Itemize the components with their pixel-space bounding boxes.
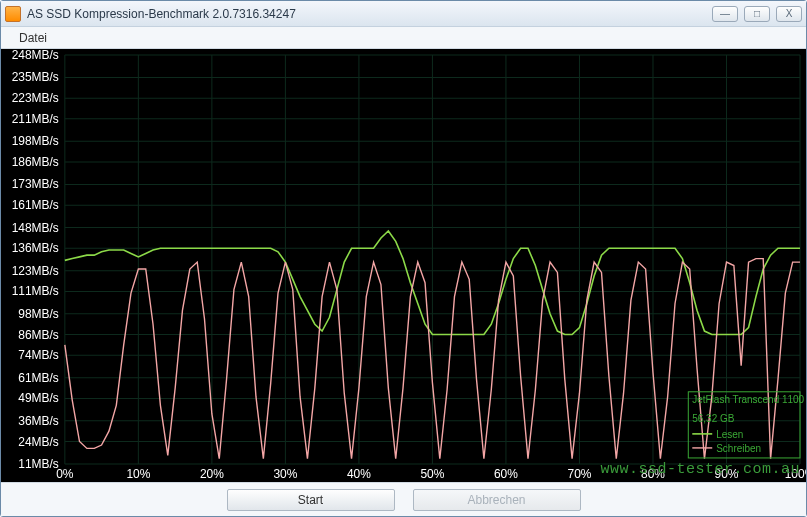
svg-text:0%: 0% — [56, 467, 74, 481]
svg-text:30%: 30% — [273, 467, 297, 481]
svg-text:11MB/s: 11MB/s — [18, 457, 59, 471]
maximize-button[interactable]: □ — [744, 6, 770, 22]
svg-text:223MB/s: 223MB/s — [12, 91, 59, 105]
close-button[interactable]: X — [776, 6, 802, 22]
svg-text:10%: 10% — [126, 467, 150, 481]
svg-text:248MB/s: 248MB/s — [12, 49, 59, 62]
legend-device: JetFlash Transcend 1100 — [692, 394, 804, 405]
start-button[interactable]: Start — [227, 489, 395, 511]
svg-text:186MB/s: 186MB/s — [12, 155, 59, 169]
svg-text:111MB/s: 111MB/s — [12, 284, 59, 298]
svg-text:86MB/s: 86MB/s — [18, 328, 59, 342]
svg-text:235MB/s: 235MB/s — [12, 70, 59, 84]
menubar: Datei — [1, 27, 806, 49]
svg-text:173MB/s: 173MB/s — [12, 177, 59, 191]
svg-text:20%: 20% — [200, 467, 224, 481]
window-controls: — □ X — [712, 6, 802, 22]
svg-text:36MB/s: 36MB/s — [18, 414, 59, 428]
svg-text:70%: 70% — [567, 467, 591, 481]
svg-text:74MB/s: 74MB/s — [18, 348, 59, 362]
svg-text:123MB/s: 123MB/s — [12, 264, 59, 278]
menu-file[interactable]: Datei — [11, 28, 55, 48]
compression-chart: 248MB/s235MB/s223MB/s211MB/s198MB/s186MB… — [1, 49, 806, 482]
svg-text:98MB/s: 98MB/s — [18, 307, 59, 321]
svg-text:148MB/s: 148MB/s — [12, 221, 59, 235]
svg-text:24MB/s: 24MB/s — [18, 435, 59, 449]
svg-text:50%: 50% — [420, 467, 444, 481]
chart-area: 248MB/s235MB/s223MB/s211MB/s198MB/s186MB… — [1, 49, 806, 482]
titlebar: AS SSD Kompression-Benchmark 2.0.7316.34… — [1, 1, 806, 27]
svg-text:60%: 60% — [494, 467, 518, 481]
svg-text:136MB/s: 136MB/s — [12, 241, 59, 255]
legend-size: 56,32 GB — [692, 413, 734, 424]
app-window: AS SSD Kompression-Benchmark 2.0.7316.34… — [0, 0, 807, 517]
minimize-button[interactable]: — — [712, 6, 738, 22]
svg-text:49MB/s: 49MB/s — [18, 391, 59, 405]
svg-text:161MB/s: 161MB/s — [12, 198, 59, 212]
footer: Start Abbrechen — [1, 482, 806, 516]
watermark: www.ssd-tester.com.au — [600, 461, 800, 478]
svg-text:61MB/s: 61MB/s — [18, 371, 59, 385]
legend-read: Lesen — [716, 429, 743, 440]
window-title: AS SSD Kompression-Benchmark 2.0.7316.34… — [27, 7, 712, 21]
legend-write: Schreiben — [716, 443, 761, 454]
cancel-button: Abbrechen — [413, 489, 581, 511]
app-icon — [5, 6, 21, 22]
svg-text:40%: 40% — [347, 467, 371, 481]
svg-text:198MB/s: 198MB/s — [12, 134, 59, 148]
svg-text:211MB/s: 211MB/s — [12, 112, 59, 126]
